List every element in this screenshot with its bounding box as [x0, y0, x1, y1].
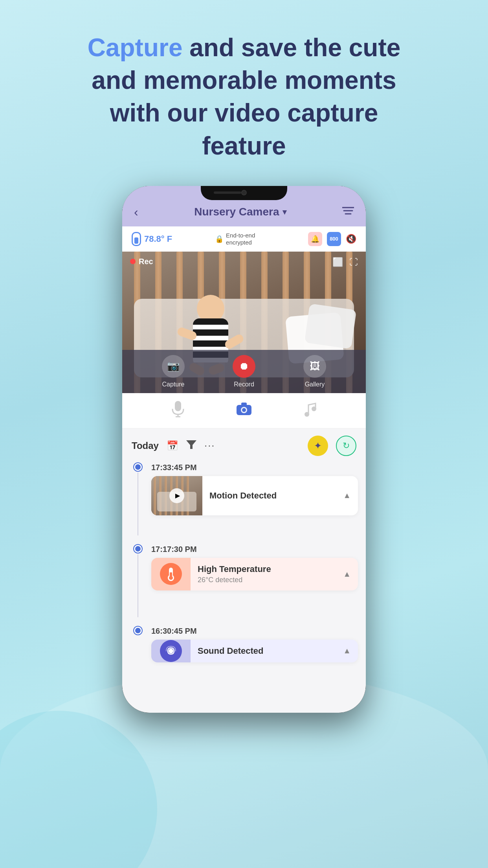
phone-frame: ‹ Nursery Camera ▾ [122, 186, 366, 713]
timeline-left-3 [130, 627, 146, 634]
status-icons: 🔔 800 🔇 [308, 232, 356, 246]
camera-feed: Rec ⬜ ⛶ 📷 Capture ⏺ Record [122, 252, 366, 393]
motion-thumb: ▶ [151, 476, 202, 515]
notch-speaker [214, 191, 241, 194]
capture-label: Capture [162, 381, 185, 388]
capture-icon: 📷 [162, 355, 185, 378]
cloud-upload-icon-2: ▲ [343, 570, 351, 579]
temp-card-content: High Temperature 26°C detected ▲ [191, 558, 358, 590]
phone-wrapper: ‹ Nursery Camera ▾ [122, 186, 366, 713]
calendar-icon[interactable]: 📅 [167, 440, 178, 451]
svg-rect-9 [241, 403, 247, 406]
headline: Capture and save the cute and memorable … [67, 31, 421, 162]
temperature-card[interactable]: High Temperature 26°C detected ▲ [151, 558, 358, 590]
temperature-display: 78.8° F [132, 232, 172, 246]
lock-icon: 🔒 [215, 235, 224, 243]
svg-point-10 [305, 412, 309, 417]
notch-camera [241, 190, 247, 195]
tab-mic[interactable] [171, 400, 185, 421]
tab-bar [122, 393, 366, 428]
sound-title: Sound Detected [198, 646, 263, 656]
thermometer-icon [132, 232, 141, 246]
filter-icon[interactable] [186, 440, 196, 451]
encrypt-badge: 🔒 End-to-end encrypted [215, 232, 265, 246]
status-bar: 78.8° F 🔒 End-to-end encrypted 🔔 800 🔇 [122, 226, 366, 252]
event-time-3: 16:30:45 PM [151, 627, 358, 636]
timeline-item-temperature: 17:17:30 PM High Temperature [130, 545, 358, 617]
thermometer-circle-icon [160, 563, 182, 585]
pillow2 [305, 303, 357, 349]
motion-title: Motion Detected [209, 491, 277, 501]
screen: ‹ Nursery Camera ▾ [122, 186, 366, 713]
record-icon: ⏺ [233, 355, 255, 378]
svg-point-17 [169, 649, 173, 653]
filter-icon[interactable] [342, 206, 354, 218]
timeline-header: Today 📅 ··· ✦ ↻ [122, 428, 366, 463]
motion-card[interactable]: ▶ Motion Detected ▲ [151, 476, 358, 515]
timeline-list: 17:33:45 PM [122, 463, 366, 672]
chevron-down-icon[interactable]: ▾ [283, 207, 286, 217]
focus-icon[interactable]: ⬜ [332, 257, 343, 267]
timeline-right-2: 17:17:30 PM High Temperature [151, 545, 358, 590]
rec-badge: Rec [130, 257, 153, 266]
temp-event-title: High Temperature [198, 564, 271, 574]
gallery-icon: 🖼 [303, 355, 326, 378]
temp-event-sub: 26°C detected [198, 576, 271, 584]
record-button[interactable]: ⏺ Record [233, 355, 255, 388]
refresh-filter-button[interactable]: ↻ [336, 436, 356, 456]
bell-icon[interactable]: 🔔 [308, 232, 322, 246]
star-filter-button[interactable]: ✦ [308, 436, 328, 456]
timeline-right: 17:33:45 PM [151, 463, 358, 515]
back-button[interactable]: ‹ [134, 205, 138, 219]
tab-camera[interactable] [236, 402, 252, 419]
more-options-icon[interactable]: ··· [204, 440, 215, 452]
gallery-label: Gallery [305, 381, 325, 388]
sound-wave-icon [160, 640, 182, 662]
timeline-dot-2 [134, 545, 142, 553]
mute-icon[interactable]: 🔇 [346, 234, 356, 244]
camera-corner-icons: ⬜ ⛶ [332, 257, 358, 267]
rec-dot [130, 259, 136, 264]
cloud-upload-icon-3: ▲ [343, 646, 351, 655]
header-title: Nursery Camera ▾ [194, 206, 286, 218]
timeline-item-motion: 17:33:45 PM [130, 463, 358, 535]
sound-card[interactable]: Sound Detected ▲ [151, 640, 358, 662]
event-time-1: 17:33:45 PM [151, 463, 358, 472]
svg-point-16 [169, 576, 173, 580]
temp-value: 78.8° F [144, 234, 172, 244]
timeline-right-3: 16:30:45 PM Sound Detected ▲ [151, 627, 358, 662]
motion-card-content: Motion Detected ▲ [202, 476, 358, 515]
timeline-line-2 [138, 554, 138, 617]
sound-card-content: Sound Detected ▲ [191, 640, 358, 662]
grid-icon[interactable]: 800 [327, 232, 341, 246]
headline-highlight: Capture [88, 33, 183, 62]
play-button[interactable]: ▶ [169, 488, 184, 503]
timeline-left [130, 463, 146, 535]
timeline-left-2 [130, 545, 146, 617]
timeline-line [138, 473, 138, 535]
svg-marker-12 [186, 440, 196, 449]
svg-point-8 [242, 408, 246, 412]
timeline-item-sound: 16:30:45 PM Sound Detected ▲ [130, 627, 358, 662]
svg-point-11 [312, 406, 316, 411]
timeline-dot-3 [134, 627, 142, 634]
event-time-2: 17:17:30 PM [151, 545, 358, 554]
camera-name: Nursery Camera [194, 206, 279, 218]
svg-rect-3 [175, 401, 181, 411]
encrypt-label: End-to-end encrypted [226, 232, 265, 246]
timeline-dot [134, 463, 142, 471]
today-label: Today [132, 440, 159, 451]
record-label: Record [234, 381, 254, 388]
refresh-icon: ↻ [343, 441, 350, 451]
cloud-upload-icon: ▲ [343, 491, 351, 500]
headline-text: Capture and save the cute and memorable … [67, 31, 421, 162]
rec-label: Rec [139, 257, 153, 266]
gallery-button[interactable]: 🖼 Gallery [303, 355, 326, 388]
notch [201, 186, 287, 200]
camera-controls: 📷 Capture ⏺ Record 🖼 Gallery [122, 350, 366, 393]
tab-music[interactable] [303, 400, 317, 421]
fullscreen-icon[interactable]: ⛶ [349, 257, 358, 267]
timeline-section: Today 📅 ··· ✦ ↻ [122, 428, 366, 680]
capture-button[interactable]: 📷 Capture [162, 355, 185, 388]
star-icon: ✦ [314, 440, 322, 451]
